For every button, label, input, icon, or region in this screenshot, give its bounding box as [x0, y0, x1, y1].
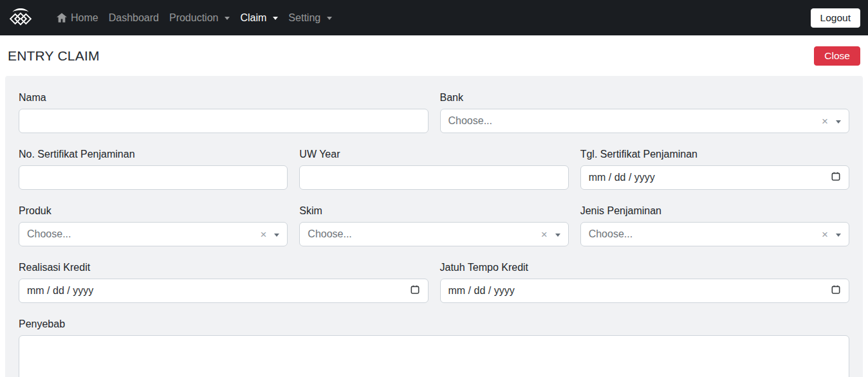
nav-menu: Home Dashboard Production Claim Setting [51, 12, 811, 24]
nav-item-production[interactable]: Production [164, 12, 235, 24]
bank-select-placeholder: Choose... [448, 115, 822, 127]
field-nama: Nama [19, 91, 429, 133]
clear-selection-icon[interactable]: × [822, 116, 828, 127]
nav-label: Claim [240, 12, 266, 24]
penyebab-label: Penyebab [19, 318, 849, 330]
jenis-penjaminan-select[interactable]: Choose... × [580, 222, 849, 246]
nama-input[interactable] [19, 109, 429, 133]
top-navbar: Home Dashboard Production Claim Setting … [0, 0, 868, 35]
brand-logo[interactable] [8, 5, 33, 32]
jenis-penjaminan-select-placeholder: Choose... [589, 228, 822, 240]
date-placeholder-text: mm / dd / yyyy [448, 285, 831, 297]
clear-selection-icon[interactable]: × [541, 229, 548, 240]
bank-label: Bank [440, 91, 850, 104]
home-icon [57, 13, 67, 23]
nav-item-dashboard[interactable]: Dashboard [104, 12, 164, 24]
nav-item-setting[interactable]: Setting [283, 12, 337, 24]
skim-select[interactable]: Choose... × [299, 222, 568, 246]
produk-select[interactable]: Choose... × [19, 222, 288, 246]
bank-select[interactable]: Choose... × [440, 109, 850, 133]
field-tgl-sertifikat: Tgl. Sertifikat Penjaminan mm / dd / yyy… [580, 148, 849, 190]
uw-year-input[interactable] [299, 165, 568, 190]
entry-claim-form-card: Nama Bank Choose... × No. Sertifikat Pen… [5, 76, 863, 377]
close-button[interactable]: Close [814, 46, 860, 66]
logout-button[interactable]: Logout [811, 8, 860, 28]
nav-item-home[interactable]: Home [51, 12, 104, 24]
uw-year-label: UW Year [299, 148, 568, 160]
jatuh-tempo-kredit-date-input[interactable]: mm / dd / yyyy [440, 279, 850, 303]
field-realisasi-kredit: Realisasi Kredit mm / dd / yyyy [19, 261, 429, 303]
chevron-down-icon [836, 120, 841, 124]
field-uw-year: UW Year [299, 148, 568, 190]
nav-item-claim[interactable]: Claim [235, 12, 283, 24]
nav-label: Production [169, 12, 219, 24]
nav-label: Setting [288, 12, 320, 24]
chevron-down-icon [273, 17, 278, 20]
date-placeholder-text: mm / dd / yyyy [589, 172, 831, 183]
clear-selection-icon[interactable]: × [260, 229, 266, 240]
chevron-down-icon [555, 234, 560, 237]
nama-label: Nama [19, 91, 429, 104]
produk-select-placeholder: Choose... [27, 228, 260, 240]
page-title: ENTRY CLAIM [8, 48, 100, 64]
calendar-icon[interactable] [410, 284, 420, 297]
realisasi-kredit-label: Realisasi Kredit [19, 261, 429, 273]
clear-selection-icon[interactable]: × [822, 229, 828, 240]
produk-label: Produk [19, 205, 288, 217]
skim-select-placeholder: Choose... [308, 228, 540, 240]
no-sertifikat-label: No. Sertifikat Penjaminan [19, 148, 288, 160]
chevron-down-icon [225, 17, 230, 20]
no-sertifikat-input[interactable] [19, 165, 288, 190]
field-skim: Skim Choose... × [299, 205, 568, 246]
tgl-sertifikat-date-input[interactable]: mm / dd / yyyy [580, 165, 849, 190]
jatuh-tempo-kredit-label: Jatuh Tempo Kredit [440, 261, 850, 273]
field-jenis-penjaminan: Jenis Penjaminan Choose... × [580, 205, 849, 246]
tgl-sertifikat-label: Tgl. Sertifikat Penjaminan [580, 148, 849, 160]
date-placeholder-text: mm / dd / yyyy [27, 285, 410, 297]
field-bank: Bank Choose... × [440, 91, 850, 133]
company-logo-icon [8, 5, 33, 32]
chevron-down-icon [274, 234, 279, 237]
field-jatuh-tempo-kredit: Jatuh Tempo Kredit mm / dd / yyyy [440, 261, 850, 303]
field-no-sertifikat: No. Sertifikat Penjaminan [19, 148, 288, 190]
calendar-icon[interactable] [831, 284, 841, 297]
page-header: ENTRY CLAIM Close [0, 35, 868, 76]
chevron-down-icon [836, 234, 841, 237]
jenis-penjaminan-label: Jenis Penjaminan [580, 205, 849, 217]
realisasi-kredit-date-input[interactable]: mm / dd / yyyy [19, 279, 429, 303]
calendar-icon[interactable] [831, 171, 841, 184]
nav-label: Home [71, 12, 98, 24]
nav-label: Dashboard [109, 12, 159, 24]
field-penyebab: Penyebab [19, 318, 849, 377]
chevron-down-icon [327, 17, 332, 20]
skim-label: Skim [299, 205, 568, 217]
field-produk: Produk Choose... × [19, 205, 288, 246]
penyebab-textarea[interactable] [19, 335, 849, 377]
